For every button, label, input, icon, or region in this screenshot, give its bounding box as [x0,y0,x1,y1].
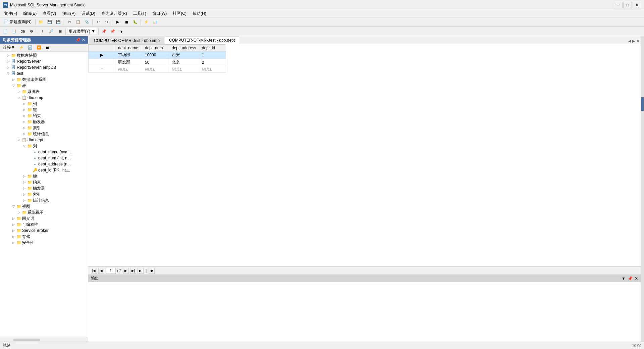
nav-next-button[interactable]: ▶ [123,268,129,274]
tree-item-col-dept-num[interactable]: ▪ dept_num (int, n... [0,155,88,161]
debug-button[interactable]: 🐛 [131,18,139,26]
close-button[interactable]: ✕ [633,2,641,8]
save-all-button[interactable]: 💾 [54,18,62,26]
toolbar-extra-1[interactable]: ⚡ [142,18,150,26]
tab-dbo-emp[interactable]: COMPUTER-OF-MR-.test - dbo.emp [90,37,164,44]
menu-help[interactable]: 帮助(H) [190,10,209,17]
tb2-btn7[interactable]: ⊞ [56,28,64,35]
tree-item-dept-indexes[interactable]: ▷ 📁 索引 [0,191,88,197]
tree-item-dept-keys[interactable]: ▷ 📁 键 [0,173,88,179]
tree-item-programmability[interactable]: ▷ 📁 可编程性 [0,221,88,228]
data-grid[interactable]: dept_name dept_num dept_address dept_id … [88,44,641,266]
cell-dept-id[interactable]: 1 [199,51,226,59]
tree-item-reportservertempdb[interactable]: ▷ 🗄 ReportServerTempDB [0,64,88,70]
tb2-btn3[interactable]: 29 [19,28,27,35]
tb2-btn1[interactable]: 📄 [1,28,9,35]
tree-item-system-tables[interactable]: ▷ 📁 系统表 [0,89,88,95]
oe-connect-button[interactable]: 连接▼ [1,44,17,51]
change-type-dropdown[interactable]: 更改类型(Y) ▼ [67,28,97,35]
copy-button[interactable]: 📋 [74,18,82,26]
cell-null-dept-id[interactable]: NULL [199,66,226,73]
toolbar-extra-2[interactable]: 📊 [151,18,159,26]
new-query-button[interactable]: 📄 新建查询(N) [1,18,34,26]
tree-item-col-dept-name[interactable]: ▪ dept_name (nva... [0,149,88,155]
tb2-btn10[interactable]: ▼ [117,28,125,35]
tree-item-emp-triggers[interactable]: ▷ 📁 触发器 [0,119,88,125]
execute-button[interactable]: ▶ [114,18,122,26]
tree-item-col-dept-address[interactable]: ▪ dept_address (n... [0,161,88,167]
tree-item-dept-triggers[interactable]: ▷ 📁 触发器 [0,185,88,191]
menu-tools[interactable]: 工具(T) [130,10,149,17]
save-button[interactable]: 💾 [46,18,54,26]
paste-button[interactable]: 📎 [83,18,91,26]
nav-current-page[interactable] [106,268,116,274]
tree-item-synonyms[interactable]: ▷ 📁 同义词 [0,215,88,221]
tree-item-emp-indexes[interactable]: ▷ 📁 索引 [0,125,88,131]
oe-disconnect-button[interactable]: ⚡ [17,44,25,51]
output-dropdown-icon[interactable]: ▼ [622,276,626,281]
tree-item-col-dept-id[interactable]: 🔑 dept_id (PK, int,... [0,167,88,173]
object-explorer-tree[interactable]: ▷ 📁 数据库快照 ▷ 🗄 ReportServer ▷ 🗄 ReportSer… [0,52,88,338]
tree-item-emp-constraints[interactable]: ▷ 📁 约束 [0,113,88,119]
tree-item-dept-constraints[interactable]: ▷ 📁 约束 [0,179,88,185]
cell-null-dept-num[interactable]: NULL [142,66,169,73]
redo-button[interactable]: ↪ [103,18,111,26]
menu-view[interactable]: 查看(V) [40,10,59,17]
cell-dept-num[interactable]: 50 [142,59,169,66]
tree-item-db-snapshots[interactable]: ▷ 📁 数据库快照 [0,52,88,58]
tb2-btn5[interactable]: ! [39,28,47,35]
stop-button[interactable]: ⏹ [122,18,130,26]
tree-item-emp-columns[interactable]: ▷ 📁 列 [0,101,88,107]
tree-item-dbo-emp[interactable]: ▽ 📋 dbo.emp [0,95,88,101]
output-close-icon[interactable]: ✕ [635,276,638,281]
table-row[interactable]: 研发部 50 北京 2 [89,59,226,66]
table-row-new[interactable]: * NULL NULL NULL NULL [89,66,226,73]
cut-button[interactable]: ✂ [65,18,73,26]
nav-record-button[interactable]: ⏺ [149,268,155,274]
cell-dept-name[interactable]: 研发部 [115,59,142,66]
cell-dept-address[interactable]: 北京 [169,59,199,66]
oe-refresh-button[interactable]: 🔄 [26,44,34,51]
tb2-btn4[interactable]: ⚙ [28,28,36,35]
cell-dept-name[interactable]: 市场部 [115,51,142,59]
tab-nav-left-icon[interactable]: ◀ [628,39,631,43]
menu-edit[interactable]: 编辑(E) [20,10,39,17]
cell-null-dept-address[interactable]: NULL [169,66,199,73]
tree-item-dept-stats[interactable]: ▷ 📁 统计信息 [0,197,88,203]
oe-close-icon[interactable]: ✕ [82,38,85,42]
tree-item-emp-stats[interactable]: ▷ 📁 统计信息 [0,131,88,137]
tb2-btn2[interactable]: 📑 [10,28,18,35]
oe-scrollbar[interactable] [0,338,88,342]
tree-item-dbo-dept[interactable]: ▽ 📋 dbo.dept [0,137,88,143]
maximize-button[interactable]: □ [623,2,632,8]
undo-button[interactable]: ↩ [94,18,102,26]
oe-stop-button[interactable]: ⏹ [44,44,52,51]
oe-pin-icon[interactable]: 📌 [75,38,80,42]
nav-last2-button[interactable]: ▶| [138,268,144,274]
menu-query-designer[interactable]: 查询设计器(R) [99,10,130,17]
tab-close-icon[interactable]: ✕ [636,39,639,43]
cell-dept-id[interactable]: 2 [199,59,226,66]
table-row[interactable]: ▶ 市场部 10000 西安 1 [89,51,226,59]
tab-nav-right-icon[interactable]: ▶ [632,39,635,43]
tree-item-tables[interactable]: ▽ 📁 表 [0,83,88,89]
output-pin-icon[interactable]: 📌 [628,276,633,281]
tree-item-db-diagram[interactable]: ▷ 📁 数据库关系图 [0,77,88,83]
tb2-btn6[interactable]: 🔎 [47,28,55,35]
oe-filter-button[interactable]: 🔽 [35,44,43,51]
cell-null-dept-name[interactable]: NULL [115,66,142,73]
menu-project[interactable]: 项目(P) [59,10,78,17]
menu-file[interactable]: 文件(F) [1,10,20,17]
tree-item-emp-keys[interactable]: ▷ 📁 键 [0,107,88,113]
nav-last-button[interactable]: ▶| [130,268,136,274]
minimize-button[interactable]: ─ [614,2,623,8]
tree-item-dept-columns-folder[interactable]: ▽ 📁 列 [0,143,88,149]
menu-window[interactable]: 窗口(W) [150,10,169,17]
tree-item-reportserver[interactable]: ▷ 🗄 ReportServer [0,58,88,64]
tree-item-service-broker[interactable]: ▷ 📁 Service Broker [0,228,88,234]
menu-debug[interactable]: 调试(D) [79,10,98,17]
cell-dept-address[interactable]: 西安 [169,51,199,59]
cell-dept-num[interactable]: 10000 [142,51,169,59]
tab-dbo-dept[interactable]: COMPUTER-OF-MR-.test - dbo.dept [165,37,239,44]
menu-community[interactable]: 社区(C) [170,10,189,17]
